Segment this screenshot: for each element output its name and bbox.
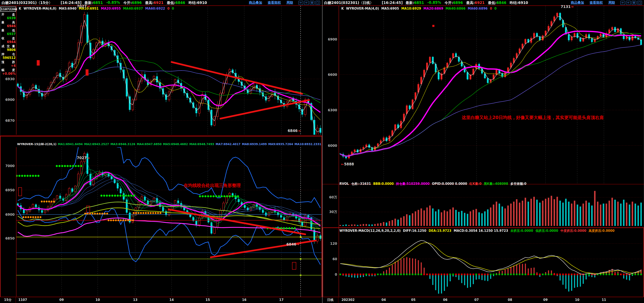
indicator-value: MA2:6943.2527: [84, 142, 109, 146]
quote-field-value: 6896: [453, 1, 463, 5]
period-selector-left[interactable]: 15分: [0, 297, 16, 303]
price-marker-6846: 6846→: [286, 242, 299, 246]
indicator-value: MA10:6929: [401, 7, 421, 10]
info-value: +4: [0, 64, 16, 68]
date-tick: 10: [575, 298, 580, 302]
price-marker-7131: 7131→: [561, 4, 574, 9]
titlebar-left: 白糖2401(032301)〈15分〉 [16:24:45] 最新:6851-0…: [0, 0, 322, 6]
info-value: 596512: [0, 56, 16, 60]
toolbar-link-商品叠加[interactable]: 商品叠加: [249, 1, 262, 5]
info-row: 成交量9806: [0, 44, 16, 52]
date-tick: 16: [242, 298, 246, 302]
info-rows: 开盘6939最高6946最低6937收盘6944成交量9806持仓596512涨…: [0, 13, 16, 76]
indicator-value: K: [341, 7, 344, 10]
marker-value: 7131: [561, 4, 570, 9]
info-value: 6939: [0, 16, 16, 20]
quote-field-value: -0.85%: [106, 0, 120, 4]
date-tick: 15: [206, 298, 210, 302]
quote-field: 最低:6846: [488, 0, 506, 5]
indicator-value: MA1:6941.6494: [58, 142, 83, 146]
indicator-header-rvol: RVOL仓差:-31631BBB:0.0000持仓量:510259.0000OP…: [340, 182, 642, 186]
quote-fields-left: 最新:6851-0.85%今开:6896最高:6921最低:6846昨结:691…: [84, 0, 207, 5]
indicator-value: MA60:6896: [468, 7, 488, 10]
indicator-value: 高度挤压:0.0000: [589, 229, 614, 233]
indicator-value: K: [19, 7, 21, 10]
forward-icon[interactable]: ⇨: [626, 1, 631, 5]
indicator-value: MA5:6948.4682: [163, 142, 188, 146]
quote-field-label: 昨结:: [510, 1, 518, 5]
quote-time-right: [16:24:45]: [382, 1, 403, 5]
indicator-header-macd: WYROVER-MACD(12,26,9,20,2,2,0)DIFF:16.12…: [340, 229, 642, 233]
indicator-value: 0: [168, 7, 170, 10]
back-icon[interactable]: ⇦: [298, 1, 303, 5]
toolbar-link-查看期权[interactable]: 查看期权: [268, 1, 281, 5]
toolbar-right: 商品叠加查看期权周期⇦⇨⊟□: [571, 1, 644, 5]
toolbar-link-查看期权[interactable]: 查看期权: [590, 1, 603, 5]
trendline[interactable]: [172, 62, 302, 94]
toolbar-link-商品叠加[interactable]: 商品叠加: [571, 1, 584, 5]
signal-dot: [432, 25, 434, 27]
toolbar-link-周期[interactable]: 周期: [286, 1, 293, 5]
indicator-value: 持仓量:510259.0000: [396, 182, 430, 186]
marker-value: 6846: [286, 242, 296, 246]
indicator-value: 黑K量:-408098: [484, 182, 508, 186]
time-axis-right[interactable]: 日线 2023020405060708091011: [322, 297, 644, 303]
indicator-value: 未挤压:0.0000: [510, 229, 533, 233]
split-window-icon[interactable]: ⊟: [632, 1, 636, 5]
price-tick: 6300: [323, 108, 337, 112]
indicator-value: MA5:6905: [381, 7, 399, 10]
quote-field-value: 6846: [175, 1, 185, 5]
quote-field-value: 6851: [414, 1, 424, 5]
maximize-icon[interactable]: □: [637, 1, 642, 5]
back-icon[interactable]: ⇦: [620, 1, 625, 5]
period-selector-right[interactable]: 日线: [322, 297, 338, 303]
panel-divider[interactable]: [322, 0, 322, 303]
marker-arrow-icon: ←: [341, 162, 344, 166]
quote-field: 今开:6896: [123, 0, 142, 5]
quote-field-value: 6910: [197, 1, 207, 5]
indicator-value: MA7:6942.4017: [216, 142, 240, 146]
indicator-value: 红K量:0: [470, 182, 482, 186]
info-value: 6946: [0, 24, 16, 28]
quote-field: -0.85%: [106, 0, 120, 5]
indicator-value: 多空差额:0: [510, 182, 526, 186]
indicator-value: MA9:6935.7264: [268, 142, 293, 146]
quote-field-value: 6910: [518, 1, 528, 5]
maximize-icon[interactable]: □: [316, 1, 320, 5]
info-label: 涨跌: [0, 60, 16, 64]
split-window-icon[interactable]: ⊟: [310, 1, 314, 5]
price-marker-6846: 6846→: [288, 129, 300, 133]
price-tick: 6900: [1, 98, 14, 102]
indicator-value: MA5:6940: [59, 7, 76, 10]
price-tick: 60: [323, 257, 337, 261]
date-tick: 09: [544, 298, 548, 302]
toolbar-left: 商品叠加查看期权周期⇦⇨⊟□: [249, 1, 322, 5]
info-row: 开盘6939: [0, 13, 16, 20]
marker-value: 5888: [344, 162, 354, 166]
price-tick: 120: [323, 242, 337, 246]
date-tick: 08: [508, 298, 512, 302]
info-value: 6937: [0, 32, 16, 36]
time-axis-left[interactable]: 15分 110709101314151617: [0, 297, 322, 303]
quote-field-value: 6896: [132, 1, 142, 5]
indicator-value: MA20:6869: [423, 7, 443, 10]
forward-icon[interactable]: ⇨: [304, 1, 309, 5]
price-tick: 6870: [1, 118, 14, 122]
indicator-value: WYROVER-MA(4,0): [24, 7, 56, 10]
toolbar-link-周期[interactable]: 周期: [608, 1, 615, 5]
trendline[interactable]: [220, 100, 309, 118]
date-tick: 06: [443, 298, 448, 302]
price-tick: 6900: [323, 38, 337, 41]
quote-field-label: 最低:: [167, 1, 175, 5]
indicator-value: DIFF:16.1250: [403, 229, 426, 233]
date-tick: 05: [411, 298, 416, 302]
price-marker-5888: ←5888: [341, 162, 354, 166]
quote-field-label: 今开:: [123, 1, 132, 5]
quote-field: 昨结:6910: [188, 0, 207, 5]
total-volume: 11072200: [0, 7, 16, 12]
quote-field-label: 最高:: [466, 1, 475, 5]
date-tick: 04: [382, 298, 386, 302]
indicator-value: 低挤压:0.0000: [536, 229, 558, 233]
price-tick: 60万: [323, 195, 337, 200]
indicator-value: DEA:15.9723: [428, 229, 451, 233]
